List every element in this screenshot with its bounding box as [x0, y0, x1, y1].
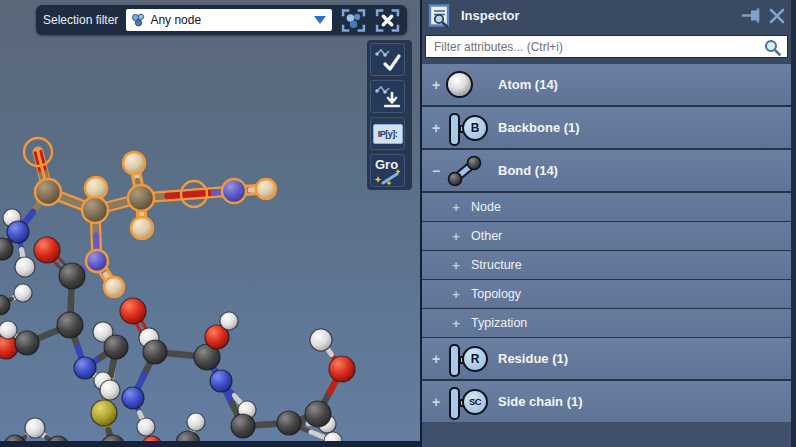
atom-C[interactable] — [82, 197, 108, 223]
inspector-tree: +Atom (14)+BBackbone (1)−Bond (14)+Node+… — [422, 64, 791, 422]
backbone-letter-icon: R — [446, 341, 488, 377]
inspector-panel: Inspector +Atom (14)+BBackbone (1)−Bond … — [420, 0, 796, 447]
inspector-subrow-topology[interactable]: +Topology — [422, 280, 791, 308]
inspector-header: Inspector — [422, 0, 791, 31]
ipython-icon: IP[y]: — [373, 124, 403, 144]
selection-clear-icon — [375, 8, 400, 33]
subrow-label: Typization — [471, 316, 527, 330]
expand-icon[interactable]: + — [449, 287, 463, 302]
atom-H[interactable] — [137, 418, 155, 436]
atom-H[interactable] — [15, 257, 35, 277]
inspector-group-row[interactable]: +SCSide chain (1) — [422, 381, 791, 422]
group-label: Bond (14) — [498, 163, 558, 178]
subrow-label: Topology — [471, 287, 521, 301]
atom-C[interactable] — [59, 263, 85, 289]
backbone-letter-icon: SC — [446, 384, 488, 420]
gromacs-tool-button[interactable]: Gro — [370, 154, 405, 187]
atom-N[interactable] — [74, 357, 96, 379]
expand-icon[interactable]: + — [449, 229, 463, 244]
atom-C[interactable] — [104, 335, 128, 359]
atom-H[interactable] — [187, 413, 205, 431]
3d-viewport[interactable]: Selection filter Any node — [0, 0, 420, 447]
atom-H[interactable] — [0, 321, 17, 339]
atom-H[interactable] — [14, 284, 32, 302]
inspector-subrow-other[interactable]: +Other — [422, 222, 791, 250]
select-highlighted-button[interactable] — [340, 7, 366, 33]
attribute-search-input[interactable] — [425, 35, 788, 58]
atom-N[interactable] — [222, 179, 246, 203]
atom-O[interactable] — [120, 298, 146, 324]
inspector-group-row[interactable]: +RResidue (1) — [422, 338, 791, 379]
inspector-group-row[interactable]: +BBackbone (1) — [422, 107, 791, 148]
inspector-subrow-structure[interactable]: +Structure — [422, 251, 791, 279]
atom-sphere-icon — [446, 71, 488, 98]
attribute-search — [422, 31, 791, 64]
molecule-3d-view[interactable] — [0, 0, 420, 447]
expand-icon[interactable]: + — [449, 316, 463, 331]
chevron-down-icon — [314, 16, 326, 24]
search-icon[interactable] — [764, 39, 781, 56]
atom-S[interactable] — [91, 400, 117, 426]
atom-C[interactable] — [128, 185, 154, 211]
expand-icon[interactable]: + — [449, 258, 463, 273]
subrow-label: Node — [471, 200, 501, 214]
inspector-subrow-typization[interactable]: +Typization — [422, 309, 791, 337]
atom-H[interactable] — [256, 179, 276, 199]
close-panel-icon[interactable] — [769, 8, 785, 24]
selection-filter-value: Any node — [150, 13, 314, 27]
expand-icon[interactable]: + — [428, 351, 444, 367]
inspector-subrow-node[interactable]: +Node — [422, 193, 791, 221]
ipython-console-button[interactable]: IP[y]: — [370, 117, 405, 150]
expand-icon[interactable]: + — [428, 394, 444, 410]
magic-wand-icon: Gro — [373, 156, 403, 185]
molecule-download-icon — [374, 84, 402, 110]
expand-icon[interactable]: + — [449, 200, 463, 215]
atom-H[interactable] — [25, 418, 45, 438]
atom-C[interactable] — [35, 179, 61, 205]
atom-C[interactable] — [231, 414, 255, 438]
atom-C[interactable] — [277, 411, 301, 435]
atom-C[interactable] — [143, 340, 167, 364]
selection-spheres-icon — [341, 8, 366, 33]
atom-C[interactable] — [57, 312, 83, 338]
atom-N[interactable] — [86, 250, 108, 272]
selection-filter-dropdown[interactable]: Any node — [126, 9, 332, 31]
inspector-group-row[interactable]: −Bond (14) — [422, 150, 791, 191]
atom-H[interactable] — [100, 380, 120, 400]
check-structure-button[interactable] — [370, 43, 405, 76]
node-cluster-icon — [131, 13, 145, 27]
atom-H[interactable] — [131, 217, 153, 239]
atom-N[interactable] — [7, 221, 29, 243]
backbone-icon: B — [446, 110, 488, 146]
subrow-label: Structure — [471, 258, 522, 272]
collapse-icon[interactable]: − — [428, 163, 444, 179]
pin-panel-icon[interactable] — [742, 8, 763, 23]
clear-selection-button[interactable] — [374, 7, 400, 33]
atom-O[interactable] — [329, 356, 355, 382]
inspector-group-row[interactable]: +Atom (14) — [422, 64, 791, 105]
atom-H[interactable] — [104, 277, 124, 297]
residue-icon: R — [446, 341, 488, 377]
expand-icon[interactable]: + — [428, 120, 444, 136]
atom-H[interactable] — [85, 177, 107, 199]
gromacs-label: Gro — [375, 157, 398, 172]
atom-O[interactable] — [34, 237, 60, 263]
bond-icon — [446, 155, 488, 187]
group-label: Residue (1) — [498, 351, 568, 366]
inspector-icon — [428, 4, 451, 28]
atom-C[interactable] — [15, 331, 39, 355]
inspector-title: Inspector — [461, 8, 742, 23]
expand-icon[interactable]: + — [428, 77, 444, 93]
atom-N[interactable] — [122, 387, 144, 409]
atom-H[interactable] — [220, 312, 238, 330]
viewport-bottom-edge — [0, 441, 420, 447]
atom-H[interactable] — [123, 152, 145, 174]
atom-H[interactable] — [310, 329, 332, 351]
atom-C[interactable] — [305, 401, 331, 427]
group-label: Atom (14) — [498, 77, 558, 92]
side-icon: SC — [446, 384, 488, 420]
viewport-tool-column: IP[y]: Gro — [367, 40, 412, 190]
molecule-check-icon — [374, 47, 402, 73]
export-structure-button[interactable] — [370, 80, 405, 113]
atom-N[interactable] — [210, 370, 232, 392]
